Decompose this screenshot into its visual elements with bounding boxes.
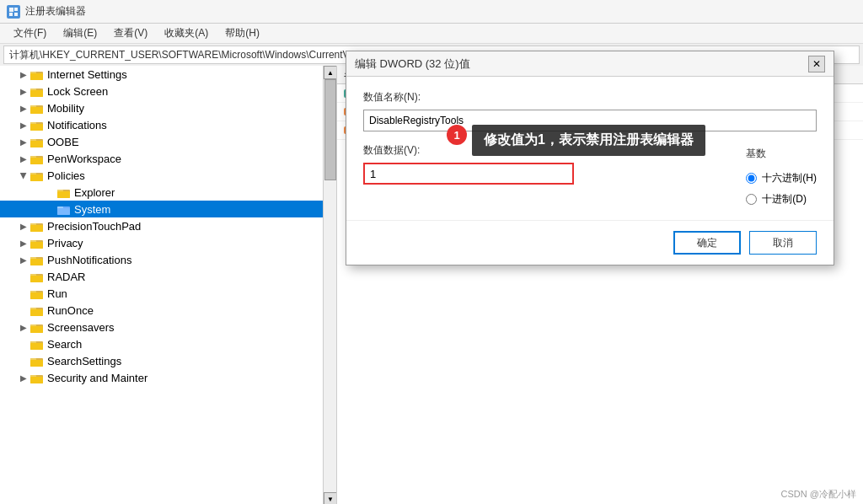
tree-label: PushNotifications (47, 254, 131, 266)
svg-rect-39 (30, 259, 43, 265)
menu-help[interactable]: 帮助(H) (218, 24, 266, 42)
svg-rect-27 (57, 191, 70, 198)
dialog-cancel-button[interactable]: 取消 (749, 231, 817, 255)
tree-item-radar[interactable]: ▶ RADAR (0, 268, 336, 285)
svg-rect-45 (30, 292, 43, 299)
folder-icon (30, 288, 44, 299)
folder-icon (30, 170, 44, 181)
scroll-thumb[interactable] (324, 79, 336, 180)
app-title: 注册表编辑器 (25, 4, 86, 19)
tree-label: RunOnce (47, 304, 94, 317)
svg-rect-54 (30, 343, 43, 350)
tree-item-precision[interactable]: ▶ PrecisionTouchPad (0, 217, 336, 234)
tree-label: Notifications (47, 119, 107, 131)
scroll-up[interactable]: ▲ (324, 66, 337, 79)
tree-arrow: ▶ (17, 154, 30, 164)
app-icon (7, 5, 20, 19)
tree-label: Lock Screen (47, 85, 108, 98)
dialog-value-input[interactable] (363, 163, 574, 185)
dialog-value-input-wrapper (363, 163, 729, 185)
svg-rect-21 (30, 158, 43, 164)
tree-item-lock-screen[interactable]: ▶ Lock Screen (0, 83, 336, 99)
tree-scroll[interactable]: ▶ Internet Settings ▶ Lock Screen ▶ (0, 66, 336, 504)
tree-panel: ▶ Internet Settings ▶ Lock Screen ▶ (0, 66, 337, 504)
folder-icon (30, 322, 44, 333)
tree-item-privacy[interactable]: ▶ Privacy (0, 234, 336, 251)
tree-label: OOBE (47, 136, 79, 148)
tree-item-screensavers[interactable]: ▶ Screensavers (0, 319, 336, 335)
tree-scrollbar[interactable]: ▲ ▼ (323, 66, 336, 504)
tree-item-runonce[interactable]: ▶ RunOnce (0, 302, 336, 319)
svg-rect-15 (30, 124, 43, 131)
tooltip-circle: 1 (447, 125, 467, 145)
tree-label-selected: System (74, 203, 110, 216)
tree-label: Policies (47, 169, 85, 182)
tree-arrow: ▶ (17, 255, 30, 265)
folder-icon (30, 271, 44, 282)
tree-label: PrecisionTouchPad (47, 220, 141, 233)
menu-view[interactable]: 查看(V) (107, 24, 154, 42)
tree-item-internet-settings[interactable]: ▶ Internet Settings (0, 66, 336, 83)
folder-icon (30, 120, 44, 131)
tree-item-system[interactable]: ▶ System (0, 201, 336, 217)
dialog-title: 编辑 DWORD (32 位)值 (355, 56, 470, 72)
tree-item-oobe[interactable]: ▶ OOBE (0, 133, 336, 150)
base-label: 基数 (746, 147, 817, 161)
tree-item-search[interactable]: ▶ Search (0, 335, 336, 352)
tree-arrow: ▶ (17, 373, 30, 383)
svg-rect-60 (30, 377, 43, 383)
folder-icon (30, 305, 44, 316)
tooltip-badge: 1 修改值为1，表示禁用注册表编辑器 (447, 125, 705, 156)
menu-edit[interactable]: 编辑(E) (56, 24, 104, 42)
tree-arrow: ▶ (17, 70, 30, 79)
tree-item-mobility[interactable]: ▶ Mobility (0, 99, 336, 116)
tree-item-explorer[interactable]: ▶ Explorer (0, 184, 336, 201)
folder-icon (30, 103, 44, 114)
svg-rect-18 (30, 141, 43, 147)
tree-item-pushnotifications[interactable]: ▶ PushNotifications (0, 251, 336, 268)
title-bar: 注册表编辑器 (0, 0, 863, 24)
svg-rect-30 (57, 208, 70, 215)
tree-item-run[interactable]: ▶ Run (0, 285, 336, 302)
svg-rect-42 (30, 276, 43, 282)
radio-hex[interactable] (746, 173, 757, 184)
tree-item-searchsettings[interactable]: ▶ SearchSettings (0, 352, 336, 369)
folder-icon (30, 137, 44, 147)
radio-hex-label[interactable]: 十六进制(H) (746, 171, 817, 185)
tree-item-policies[interactable]: ▶ Policies (0, 167, 336, 184)
dialog-title-bar: 编辑 DWORD (32 位)值 ✕ (346, 51, 834, 77)
tree-label: Screensavers (47, 321, 114, 334)
tree-item-penworkspace[interactable]: ▶ PenWorkspace (0, 150, 336, 167)
svg-rect-0 (9, 8, 13, 12)
tree-label: Search (47, 338, 82, 351)
folder-icon (30, 153, 44, 164)
svg-rect-33 (30, 225, 43, 232)
folder-icon (30, 356, 44, 367)
tree-item-notifications[interactable]: ▶ Notifications (0, 116, 336, 133)
menu-bar: 文件(F) 编辑(E) 查看(V) 收藏夹(A) 帮助(H) (0, 24, 863, 44)
tree-arrow: ▶ (17, 222, 30, 231)
radio-dec[interactable] (746, 194, 757, 205)
tree-arrow: ▶ (17, 104, 30, 113)
dialog-footer: 确定 取消 (346, 220, 834, 265)
tree-label: Explorer (74, 186, 115, 199)
menu-favorites[interactable]: 收藏夹(A) (158, 24, 215, 42)
folder-icon (30, 69, 44, 80)
tree-label: RADAR (47, 271, 86, 283)
svg-rect-3 (14, 13, 18, 16)
scroll-down[interactable]: ▼ (324, 492, 337, 504)
dialog-close-button[interactable]: ✕ (808, 56, 825, 72)
folder-icon (30, 255, 44, 265)
tree-arrow: ▶ (17, 137, 30, 147)
svg-rect-48 (30, 309, 43, 316)
dialog-radio-group: 基数 十六进制(H) 十进制(D) (746, 147, 817, 206)
folder-icon (57, 187, 71, 198)
tree-label: Mobility (47, 102, 84, 115)
menu-file[interactable]: 文件(F) (7, 24, 53, 42)
svg-rect-12 (30, 107, 43, 114)
dialog-ok-button[interactable]: 确定 (673, 231, 741, 255)
tree-arrow: ▶ (17, 87, 30, 96)
tree-label: Security and Mainter (47, 372, 147, 384)
radio-dec-label[interactable]: 十进制(D) (746, 192, 817, 206)
tree-item-security[interactable]: ▶ Security and Mainter (0, 369, 336, 386)
